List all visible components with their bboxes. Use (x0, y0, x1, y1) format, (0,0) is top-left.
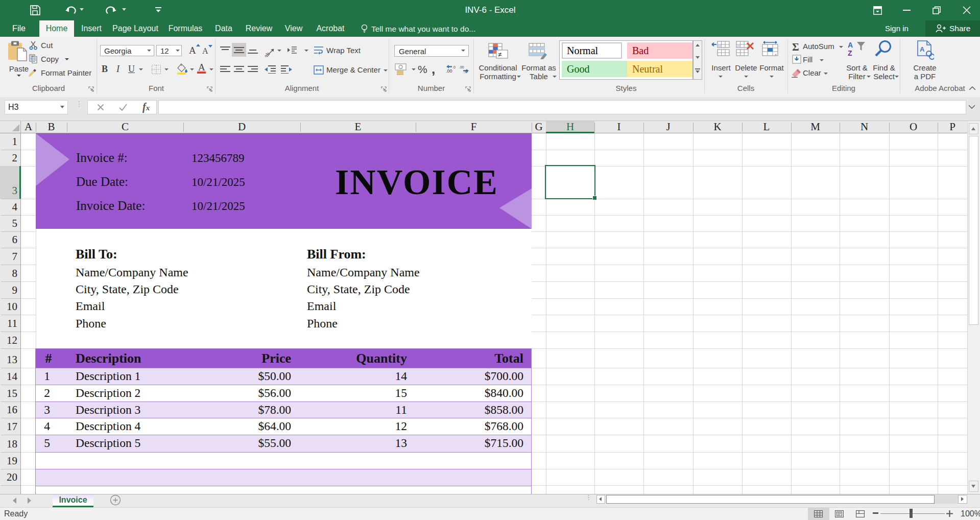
svg-text:A: A (920, 45, 925, 53)
svg-text:.0: .0 (452, 65, 456, 69)
svg-text:.00: .00 (459, 65, 464, 69)
svg-text:Z: Z (848, 49, 852, 57)
svg-text:.0: .0 (464, 69, 468, 74)
svg-text:.00: .00 (446, 68, 452, 74)
svg-text:ab: ab (264, 51, 271, 57)
svg-text:A: A (848, 41, 853, 49)
svg-text:≠: ≠ (498, 51, 501, 58)
